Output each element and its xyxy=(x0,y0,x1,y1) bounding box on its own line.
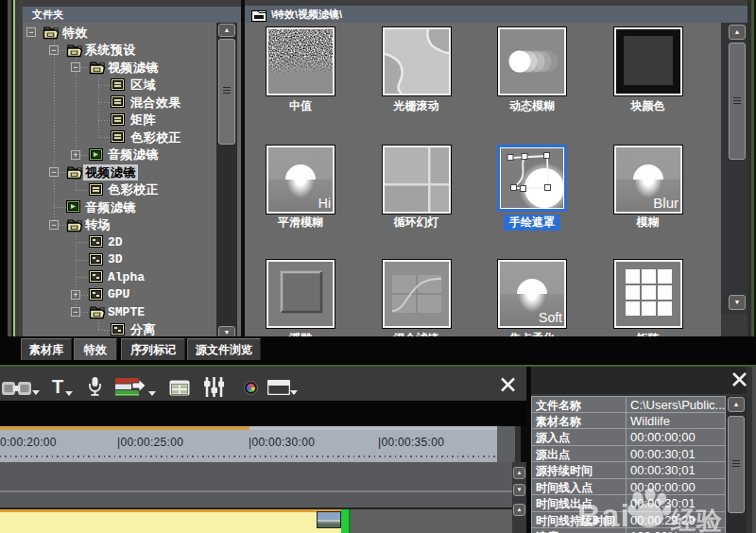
svg-text:Soft: Soft xyxy=(539,310,562,325)
svg-text:Blur: Blur xyxy=(653,195,679,211)
svg-text:Hi: Hi xyxy=(318,196,331,211)
